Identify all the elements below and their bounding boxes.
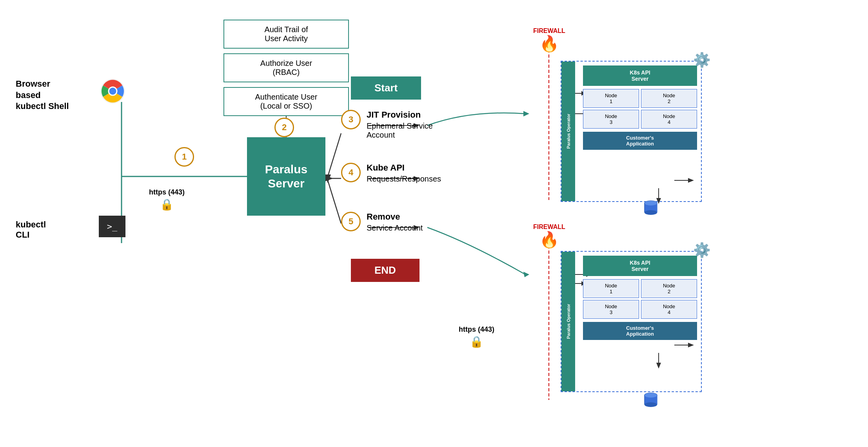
svg-point-38	[645, 210, 657, 215]
step-3-desc: Ephemeral ServiceAccount	[367, 122, 433, 140]
paralus-server-box: Paralus Server	[247, 137, 325, 216]
db-top	[643, 200, 659, 217]
arrows-svg	[0, 0, 868, 447]
start-button: Start	[351, 76, 421, 104]
step-3-number: 3	[349, 114, 353, 125]
svg-point-39	[645, 201, 657, 205]
https-bottom-label: https (443)	[459, 325, 494, 334]
node-4-top: Node4	[641, 110, 697, 129]
db-icon-bottom	[643, 392, 659, 408]
step-5-number: 5	[349, 216, 353, 227]
svg-point-35	[109, 88, 116, 95]
step-4-title: Kube API	[367, 163, 441, 173]
node-3-bottom: Node3	[583, 300, 639, 319]
node-grid-top: Node1 Node2 Node3 Node4	[583, 89, 697, 129]
node-2-bottom: Node2	[641, 279, 697, 298]
operator-arrow-top	[575, 93, 583, 94]
customers-app-bottom: Customer'sApplication	[583, 322, 697, 340]
step-5-section: 5 Remove Service Account	[341, 212, 423, 233]
step-4-section: 4 Kube API Requests/Responses	[341, 163, 441, 184]
svg-point-45	[645, 393, 657, 398]
paralus-operator-top-label: Paralus Operator	[566, 114, 571, 149]
node-grid-bottom: Node1 Node2 Node3 Node4	[583, 279, 697, 319]
authorize-user-box: Authorize User(RBAC)	[223, 53, 349, 82]
authenticate-user-text: Authenticate User(Local or SSO)	[255, 93, 318, 110]
firewall-top: FIREWALL 🔥	[533, 27, 565, 53]
lock-bottom-icon: 🔒	[459, 335, 494, 348]
step-2-circle: 2	[274, 118, 294, 137]
firewall-bottom-icon: 🔥	[533, 231, 565, 249]
node-2-top: Node2	[641, 89, 697, 108]
step-5-content: Remove Service Account	[367, 212, 423, 233]
k8s-api-server-bottom: K8s APIServer	[583, 256, 697, 276]
svg-line-5	[328, 133, 341, 176]
step-1-circle: 1	[174, 147, 194, 167]
db-bottom	[643, 392, 659, 409]
svg-line-9	[328, 180, 341, 224]
operator-arrow-bottom	[575, 283, 583, 284]
firewall-top-label: FIREWALL	[533, 27, 565, 35]
node-3-top: Node3	[583, 110, 639, 129]
step-3-title: JIT Provision	[367, 110, 433, 120]
authenticate-user-box: Authenticate User(Local or SSO)	[223, 87, 349, 116]
step-2-number: 2	[282, 122, 287, 133]
https-section: https (443) 🔒	[149, 188, 185, 211]
diagram-container: Browser based kubectl Shell	[0, 0, 868, 447]
svg-point-44	[645, 402, 657, 407]
node-1-top: Node1	[583, 89, 639, 108]
paralus-operator-bottom: Paralus Operator	[561, 252, 575, 391]
browser-section: Browser based kubectl Shell	[16, 78, 125, 116]
end-label: END	[351, 259, 419, 282]
terminal-prompt: >_	[107, 222, 118, 231]
authorize-user-text: Authorize User(RBAC)	[260, 59, 312, 76]
firewall-bottom-label: FIREWALL	[533, 224, 565, 231]
firewall-top-icon: 🔥	[533, 35, 565, 53]
svg-marker-6	[325, 174, 331, 183]
step-3-circle: 3	[341, 110, 361, 129]
svg-marker-8	[325, 175, 333, 182]
paralus-operator-bottom-label: Paralus Operator	[566, 304, 571, 339]
chrome-icon	[100, 78, 125, 105]
kubectl-section: kubectl CLI >_	[16, 220, 125, 240]
paralus-line1: Paralus	[265, 163, 307, 176]
step-4-circle: 4	[341, 163, 361, 182]
step-3-section: 3 JIT Provision Ephemeral ServiceAccount	[341, 110, 433, 140]
audit-trail-text: Audit Trail ofUser Activity	[264, 25, 308, 43]
step-4-number: 4	[349, 167, 353, 178]
lock-icon: 🔒	[149, 198, 185, 211]
svg-marker-16	[523, 111, 529, 116]
firewall-bottom: FIREWALL 🔥	[533, 224, 565, 249]
node-1-bottom: Node1	[583, 279, 639, 298]
start-label: Start	[351, 76, 421, 100]
customers-app-top: Customer'sApplication	[583, 132, 697, 150]
step-4-content: Kube API Requests/Responses	[367, 163, 441, 184]
cluster-top-inner: K8s APIServer Node1 Node2 Node3 Node4 Cu…	[583, 65, 697, 150]
k8s-cluster-bottom: ⚙️ Paralus Operator K8s APIServer Node1 …	[561, 251, 702, 392]
paralus-operator-top: Paralus Operator	[561, 62, 575, 201]
https-bottom-section: https (443) 🔒	[459, 325, 494, 348]
svg-marker-17	[523, 272, 529, 277]
step-3-content: JIT Provision Ephemeral ServiceAccount	[367, 110, 433, 140]
terminal-icon: >_	[99, 216, 125, 237]
step-5-circle: 5	[341, 212, 361, 231]
k8s-api-server-top: K8s APIServer	[583, 65, 697, 86]
https-label: https (443)	[149, 188, 185, 196]
audit-trail-box: Audit Trail ofUser Activity	[223, 20, 349, 49]
step-5-desc: Service Account	[367, 224, 423, 233]
paralus-server-text: Paralus Server	[265, 162, 307, 191]
db-icon-top	[643, 200, 659, 216]
top-boxes: Audit Trail ofUser Activity Authorize Us…	[223, 20, 349, 121]
end-button: END	[351, 259, 419, 282]
paralus-line2: Server	[268, 177, 304, 190]
k8s-cluster-top: ⚙️ Paralus Operator K8s APIServer Node1 …	[561, 61, 702, 202]
step-5-title: Remove	[367, 212, 423, 222]
node-4-bottom: Node4	[641, 300, 697, 319]
step-4-desc: Requests/Responses	[367, 174, 441, 184]
step-1-number: 1	[182, 152, 187, 162]
cluster-bottom-inner: K8s APIServer Node1 Node2 Node3 Node4 Cu…	[583, 256, 697, 340]
